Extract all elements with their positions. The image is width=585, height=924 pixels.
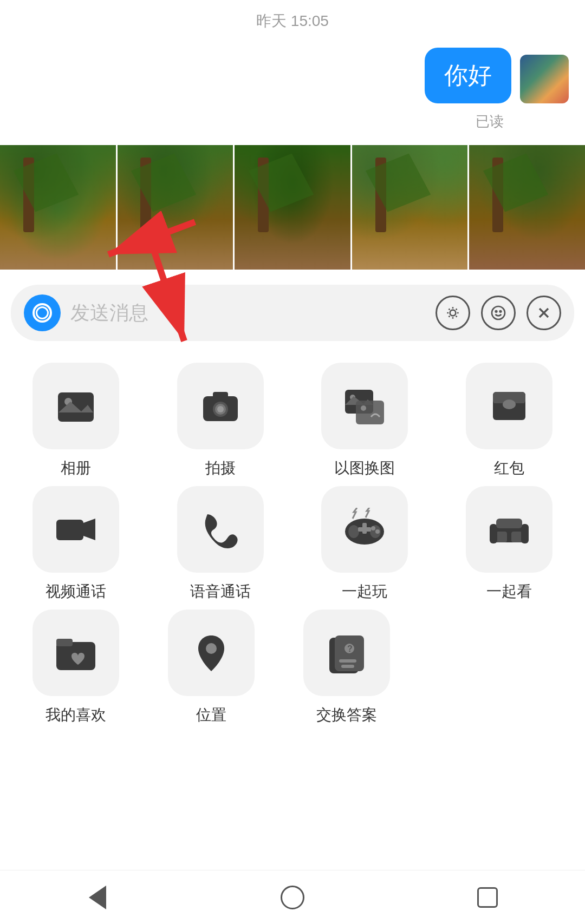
question-card-icon: ? (325, 631, 368, 674)
heart-folder-icon (54, 631, 98, 674)
grid-item-red-packet[interactable]: 红包 (450, 363, 569, 479)
svg-rect-27 (56, 520, 83, 540)
svg-rect-15 (213, 392, 228, 398)
camera-label: 拍摄 (205, 458, 236, 479)
input-bar[interactable]: 发送消息 (11, 285, 574, 341)
back-icon (89, 886, 106, 909)
svg-rect-49 (339, 659, 356, 663)
image-swap-icon (343, 384, 386, 428)
voice-call-label: 语音通话 (190, 581, 251, 602)
video-call-icon (54, 508, 98, 551)
voice-icon[interactable] (435, 296, 470, 330)
camera-toggle-button[interactable] (24, 294, 61, 331)
grid-item-image-swap[interactable]: 以图换图 (305, 363, 424, 479)
svg-marker-28 (83, 519, 95, 540)
watch-together-icon-box[interactable] (466, 486, 552, 573)
message-area: 你好 已读 (0, 37, 585, 136)
banana-photo-2 (118, 145, 233, 270)
svg-rect-39 (490, 524, 497, 543)
svg-text:?: ? (347, 644, 353, 653)
grid-menu: 相册 拍摄 (0, 352, 585, 744)
svg-rect-37 (496, 532, 507, 542)
recent-icon (477, 887, 498, 908)
svg-rect-41 (496, 519, 522, 528)
play-together-icon-box[interactable] (321, 486, 408, 573)
svg-point-44 (206, 643, 217, 654)
svg-rect-26 (503, 399, 516, 409)
my-favorites-icon-box[interactable] (32, 610, 119, 696)
bubble-row: 你好 (425, 48, 569, 103)
close-icon[interactable] (526, 296, 561, 330)
photo-item-1[interactable] (0, 145, 118, 270)
location-icon (190, 631, 233, 674)
photo-strip[interactable] (0, 145, 585, 270)
svg-point-18 (217, 406, 224, 412)
album-label: 相册 (61, 458, 91, 479)
grid-row-3: 我的喜欢 位置 ? 交换答案 (16, 610, 569, 725)
svg-rect-38 (511, 532, 522, 542)
image-swap-icon-box[interactable] (321, 363, 408, 449)
svg-rect-22 (356, 401, 384, 424)
svg-rect-40 (521, 524, 529, 543)
home-button[interactable] (260, 881, 325, 914)
recent-button[interactable] (455, 881, 520, 914)
grid-item-camera[interactable]: 拍摄 (161, 363, 280, 479)
sofa-icon (487, 508, 531, 551)
back-button[interactable] (65, 881, 130, 914)
grid-item-album[interactable]: 相册 (16, 363, 135, 479)
my-favorites-label: 我的喜欢 (46, 705, 106, 725)
photo-item-2[interactable] (118, 145, 235, 270)
grid-item-video-call[interactable]: 视频通话 (16, 486, 135, 602)
read-status: 已读 (476, 112, 569, 131)
banana-photo-4 (352, 145, 468, 270)
exchange-answer-icon-box[interactable]: ? (303, 610, 390, 696)
grid-row-2: 视频通话 语音通话 (16, 486, 569, 602)
location-icon-box[interactable] (168, 610, 255, 696)
svg-point-4 (492, 306, 505, 319)
svg-rect-50 (341, 665, 354, 668)
svg-point-30 (348, 525, 359, 538)
game-icon (343, 508, 386, 551)
red-packet-label: 红包 (494, 458, 524, 479)
grid-item-exchange-answer[interactable]: ? 交换答案 (287, 610, 406, 725)
exchange-answer-label: 交换答案 (316, 705, 377, 725)
photo-item-4[interactable] (352, 145, 470, 270)
camera-icon (199, 384, 242, 428)
input-icons (435, 296, 561, 330)
banana-photo-3 (235, 145, 350, 270)
svg-rect-43 (56, 639, 73, 646)
play-together-label: 一起玩 (342, 581, 387, 602)
red-packet-icon-box[interactable] (466, 363, 552, 449)
photo-item-3[interactable] (235, 145, 352, 270)
svg-point-34 (371, 526, 375, 530)
svg-point-3 (450, 310, 456, 316)
photo-item-5[interactable] (469, 145, 585, 270)
timestamp: 昨天 15:05 (0, 0, 585, 37)
camera-icon (32, 303, 52, 323)
svg-rect-33 (358, 527, 371, 532)
grid-item-play-together[interactable]: 一起玩 (305, 486, 424, 602)
image-swap-label: 以图换图 (334, 458, 395, 479)
message-input[interactable]: 发送消息 (70, 300, 426, 326)
bottom-nav (0, 870, 585, 924)
grid-item-my-favorites[interactable]: 我的喜欢 (16, 610, 135, 725)
grid-item-location[interactable]: 位置 (152, 610, 271, 725)
video-call-icon-box[interactable] (32, 486, 119, 573)
svg-point-35 (375, 529, 380, 534)
svg-point-5 (496, 311, 497, 312)
voice-call-icon-box[interactable] (177, 486, 264, 573)
grid-item-voice-call[interactable]: 语音通话 (161, 486, 280, 602)
video-call-label: 视频通话 (46, 581, 106, 602)
message-bubble: 你好 (425, 48, 511, 103)
grid-item-watch-together[interactable]: 一起看 (450, 486, 569, 602)
camera-icon-box[interactable] (177, 363, 264, 449)
watch-together-label: 一起看 (486, 581, 532, 602)
location-label: 位置 (196, 705, 226, 725)
album-icon (54, 384, 98, 428)
grid-row-1: 相册 拍摄 (16, 363, 569, 479)
banana-photo-5 (469, 145, 585, 270)
album-icon-box[interactable] (32, 363, 119, 449)
svg-point-6 (500, 311, 502, 312)
emoji-icon[interactable] (481, 296, 516, 330)
voice-call-icon (199, 508, 242, 551)
